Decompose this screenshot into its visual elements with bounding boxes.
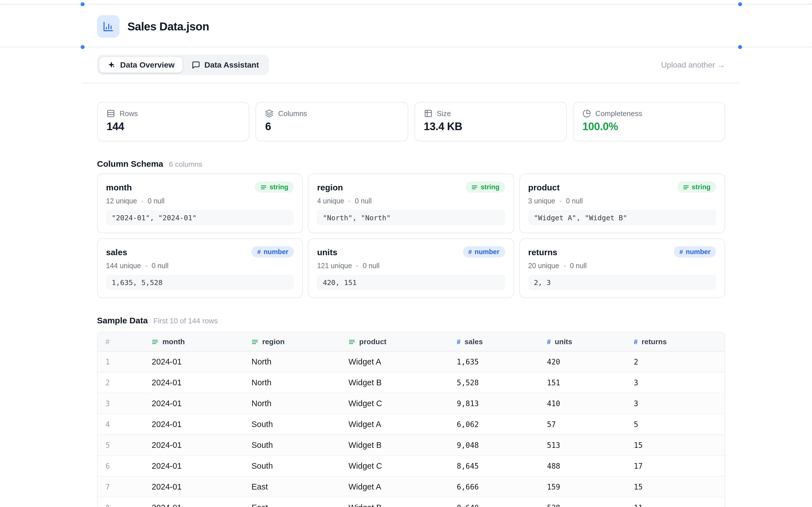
table-row: 7 2024-01 East Widget A 6,666 159 15 [98, 476, 725, 497]
schema-card-month: month string 12 unique 0 null "2024-01",… [97, 173, 303, 233]
unique-count: 20 unique [528, 262, 559, 270]
stat-card-rows: Rows 144 [97, 102, 250, 142]
null-count: 0 null [566, 197, 583, 205]
section-title: Column Schema [97, 159, 163, 168]
column-stats: 121 unique 0 null [317, 262, 505, 270]
schema-card-returns: returns # number 20 unique 0 null 2, 3 [519, 238, 725, 298]
sparkles-icon [107, 61, 116, 69]
type-label: number [264, 248, 289, 256]
type-badge: # number [252, 246, 294, 258]
toolbar-divider [82, 83, 740, 83]
column-stats: 3 unique 0 null [528, 197, 716, 205]
text-lines-icon [349, 338, 355, 345]
unique-count: 4 unique [317, 197, 344, 205]
rows-icon [107, 109, 115, 118]
bar-chart-icon [97, 15, 119, 38]
section-subtitle: First 10 of 144 rows [153, 317, 218, 325]
content-panel: Sales Data.json Data Overview [82, 0, 740, 507]
type-badge: string [255, 181, 294, 193]
column-stats: 4 unique 0 null [317, 197, 505, 205]
stat-card-size: Size 13.4 KB [414, 102, 567, 142]
stat-label: Columns [278, 109, 307, 118]
dot-separator [142, 200, 143, 202]
chat-bubble-icon [192, 61, 200, 69]
column-header-returns: # returns [634, 337, 725, 346]
hash-icon: # [468, 249, 472, 255]
stat-label: Rows [119, 109, 138, 118]
hash-icon: # [634, 338, 638, 346]
page-title: Sales Data.json [128, 20, 209, 33]
toolbar: Data Overview Data Assistant Upload anot… [97, 55, 725, 75]
stat-label: Completeness [596, 109, 642, 118]
schema-section-header: Column Schema 6 columns [97, 159, 725, 168]
dot-separator [146, 265, 147, 267]
text-lines-icon [472, 184, 478, 190]
tab-label: Data Overview [120, 60, 174, 69]
type-badge: string [466, 181, 505, 193]
tab-data-overview[interactable]: Data Overview [99, 57, 183, 73]
resize-handle[interactable] [81, 2, 85, 6]
type-label: string [481, 183, 500, 191]
null-count: 0 null [363, 262, 379, 270]
column-name: region [317, 182, 343, 192]
null-count: 0 null [355, 197, 372, 205]
column-name: month [106, 182, 132, 192]
stat-value: 144 [107, 121, 240, 133]
column-stats: 20 unique 0 null [528, 262, 716, 270]
file-header: Sales Data.json [97, 15, 725, 38]
text-lines-icon [252, 338, 258, 345]
column-name: returns [528, 247, 557, 257]
type-label: number [686, 248, 711, 256]
tab-label: Data Assistant [204, 60, 259, 69]
table-row: 2 2024-01 North Widget B 5,528 151 3 [98, 372, 725, 393]
section-subtitle: 6 columns [169, 160, 202, 168]
app-root: Sales Data.json Data Overview [0, 0, 812, 507]
stat-value: 6 [265, 121, 399, 133]
tab-data-assistant[interactable]: Data Assistant [184, 57, 267, 73]
section-title: Sample Data [97, 316, 148, 325]
unique-count: 3 unique [528, 197, 555, 205]
upload-another-link[interactable]: Upload another → [661, 60, 725, 69]
schema-card-units: units # number 121 unique 0 null 420, 15… [308, 238, 514, 298]
type-label: string [692, 183, 711, 191]
schema-card-region: region string 4 unique 0 null "North", "… [308, 173, 514, 233]
stat-card-columns: Columns 6 [256, 102, 408, 142]
table-row: 8 2024-01 East Widget B 8,640 538 11 [98, 497, 725, 507]
layers-icon [265, 109, 274, 118]
resize-handle[interactable] [738, 45, 742, 49]
text-lines-icon [152, 338, 158, 345]
dot-separator [560, 200, 561, 202]
tab-bar: Data Overview Data Assistant [97, 55, 269, 75]
sample-values: "Widget A", "Widget B" [528, 210, 716, 225]
table-row: 1 2024-01 North Widget A 1,635 420 2 [98, 351, 725, 372]
null-count: 0 null [570, 262, 587, 270]
stat-value: 100.0% [582, 121, 716, 133]
stat-card-completeness: Completeness 100.0% [573, 102, 725, 142]
hash-icon: # [257, 249, 260, 255]
unique-count: 121 unique [317, 262, 352, 270]
resize-handle[interactable] [738, 2, 742, 6]
hash-icon: # [457, 338, 460, 346]
dot-separator [349, 200, 350, 202]
column-name: sales [106, 247, 127, 257]
column-header-sales: # sales [457, 337, 547, 346]
text-lines-icon [260, 184, 267, 190]
hash-icon: # [679, 249, 683, 255]
schema-card-sales: sales # number 144 unique 0 null 1,635, … [97, 238, 303, 298]
schema-grid: month string 12 unique 0 null "2024-01",… [97, 173, 725, 298]
table-row: 3 2024-01 North Widget C 9,813 410 3 [98, 393, 725, 414]
column-name: product [528, 182, 560, 192]
resize-handle[interactable] [81, 45, 85, 49]
unique-count: 144 unique [106, 262, 141, 270]
column-header-product: product [349, 337, 457, 346]
sample-section-header: Sample Data First 10 of 144 rows [97, 316, 725, 325]
sample-values: 420, 151 [317, 275, 505, 290]
type-badge: # number [674, 246, 716, 258]
stat-value: 13.4 KB [424, 121, 557, 133]
type-badge: # number [463, 246, 505, 258]
column-header-region: region [252, 337, 349, 346]
sample-values: 2, 3 [528, 275, 716, 290]
sample-values: "2024-01", "2024-01" [106, 210, 294, 225]
stats-row: Rows 144 Columns 6 [97, 102, 725, 142]
sample-values: 1,635, 5,528 [106, 275, 294, 290]
